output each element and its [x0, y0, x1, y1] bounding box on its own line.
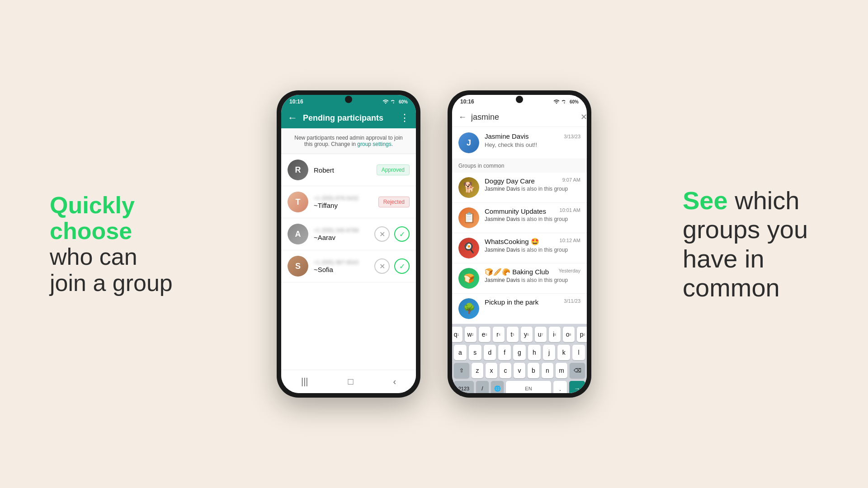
avatar-tiffany: T	[288, 192, 308, 212]
key-slash[interactable]: /	[476, 381, 489, 393]
key-r[interactable]: r4	[493, 327, 505, 342]
participant-tiffany-name: ~Tiffany	[314, 202, 373, 209]
signal-icon	[391, 99, 397, 105]
key-d[interactable]: d	[484, 345, 496, 360]
key-j[interactable]: j	[543, 345, 556, 360]
key-n[interactable]: n	[542, 363, 553, 378]
phone1-notice: New participants need admin approval to …	[281, 128, 416, 154]
phone2-search-header: ← ✕	[452, 108, 587, 127]
phone-2: 10:16 60% ← ✕ J	[448, 90, 591, 398]
key-y[interactable]: y6	[521, 327, 533, 342]
group-baking-subrest: is also in this group	[520, 277, 568, 283]
key-t[interactable]: t5	[507, 327, 519, 342]
participant-robert: R Robert Approved	[281, 154, 416, 186]
avatar-sofia: S	[288, 256, 308, 277]
key-e[interactable]: e3	[479, 327, 491, 342]
key-s[interactable]: s	[469, 345, 481, 360]
phone1-notice-link[interactable]: group settings	[357, 141, 391, 147]
avatar-group-cooking: 🍳	[458, 238, 479, 258]
group-baking-club[interactable]: 🍞 🍞🥖🥐 Baking Club Yesterday Jasmine Davi…	[452, 263, 587, 294]
key-v[interactable]: v	[514, 363, 525, 378]
key-z[interactable]: z	[472, 363, 483, 378]
participant-robert-badge: Approved	[377, 164, 410, 175]
phone1-nav-back[interactable]: ‹	[393, 376, 396, 387]
participant-sofia-actions: ✕ ✓	[374, 258, 410, 274]
left-normal: who can join a group	[50, 244, 173, 296]
group-pickup-park[interactable]: 🌳 Pickup in the park 3/11/23	[452, 294, 587, 324]
phone2-screen: 10:16 60% ← ✕ J	[452, 95, 587, 393]
group-community-updates[interactable]: 📋 Community Updates 10:01 AM Jasmine Dav…	[452, 203, 587, 233]
key-a[interactable]: a	[454, 345, 467, 360]
group-community-subname: Jasmine Davis	[485, 216, 520, 222]
phone2-back-arrow[interactable]: ←	[458, 113, 467, 122]
right-highlight: See	[683, 186, 728, 215]
phone2-jasmine-chat[interactable]: J Jasmine Davis 3/13/23 Hey, check this …	[452, 127, 587, 159]
group-doggy-subrest: is also in this group	[520, 186, 568, 192]
phone2-wifi-icon	[553, 99, 560, 105]
key-delete[interactable]: ⌫	[570, 363, 585, 378]
key-globe[interactable]: 🌐	[491, 381, 504, 393]
phone1-battery: 60%	[399, 99, 408, 104]
group-doggy-day-care[interactable]: 🐕 Doggy Day Care 9:07 AM Jasmine Davis i…	[452, 173, 587, 203]
participant-sofia: S +1 (555) 987-6543 ~Sofia ✕ ✓	[281, 250, 416, 282]
key-p[interactable]: p0	[577, 327, 587, 342]
group-doggy-name: Doggy Day Care	[485, 177, 535, 185]
group-community-name: Community Updates	[485, 207, 546, 215]
key-b[interactable]: b	[528, 363, 539, 378]
key-period[interactable]: .	[553, 381, 567, 393]
group-community-info: Community Updates 10:01 AM Jasmine Davis…	[485, 207, 580, 222]
participant-aarav-actions: ✕ ✓	[374, 226, 410, 242]
keyboard-row3: ⇧ z x c v b n m ⌫	[454, 363, 585, 378]
phone2-notch	[516, 96, 523, 103]
key-u[interactable]: u7	[535, 327, 547, 342]
phone1-nav-home[interactable]: □	[348, 376, 353, 387]
key-h[interactable]: h	[528, 345, 541, 360]
key-m[interactable]: m	[556, 363, 567, 378]
key-w[interactable]: w2	[465, 327, 476, 342]
group-park-time: 3/11/23	[564, 298, 580, 306]
key-shift[interactable]: ⇧	[454, 363, 469, 378]
key-c[interactable]: c	[500, 363, 511, 378]
participant-tiffany-info: +1 (555) 876-5432 ~Tiffany	[314, 195, 373, 209]
phone1-notch	[345, 96, 352, 103]
phone2-jasmine-name: Jasmine Davis	[485, 132, 529, 140]
group-cooking-name: WhatsCooking 🤩	[485, 238, 539, 246]
group-baking-time: Yesterday	[558, 268, 580, 276]
key-space[interactable]: EN	[506, 381, 551, 393]
left-highlight: Quickly choose	[50, 192, 135, 244]
key-k[interactable]: k	[557, 345, 570, 360]
wifi-icon	[382, 99, 389, 105]
key-special-chars[interactable]: ?123	[454, 381, 474, 393]
key-g[interactable]: g	[513, 345, 526, 360]
phone2-search-input[interactable]	[471, 113, 576, 122]
phone2-clear-icon[interactable]: ✕	[580, 112, 587, 122]
group-baking-top: 🍞🥖🥐 Baking Club Yesterday	[485, 268, 580, 276]
key-q[interactable]: q1	[452, 327, 462, 342]
group-doggy-info: Doggy Day Care 9:07 AM Jasmine Davis is …	[485, 177, 580, 192]
sofia-reject-button[interactable]: ✕	[374, 258, 390, 274]
phone2-signal-icon	[561, 99, 568, 105]
phone1-header-title: Pending participants	[303, 113, 394, 123]
phone1-back-arrow[interactable]: ←	[288, 112, 297, 124]
phone1-more-icon[interactable]: ⋮	[400, 112, 410, 124]
key-send[interactable]: →	[569, 381, 585, 393]
key-l[interactable]: l	[572, 345, 585, 360]
group-doggy-subname: Jasmine Davis	[485, 186, 520, 192]
group-doggy-subtext: Jasmine Davis is also in this group	[485, 186, 580, 192]
aarav-approve-button[interactable]: ✓	[394, 226, 410, 242]
group-whatscooking[interactable]: 🍳 WhatsCooking 🤩 10:12 AM Jasmine Davis …	[452, 233, 587, 263]
key-x[interactable]: x	[486, 363, 497, 378]
key-o[interactable]: o9	[563, 327, 575, 342]
participant-tiffany-phone: +1 (555) 876-5432	[314, 195, 373, 202]
avatar-aarav: A	[288, 224, 308, 244]
participant-aarav-phone: +1 (555) 345-6789	[314, 227, 369, 234]
keyboard-row1: q1 w2 e3 r4 t5 y6 u7 i8 o9 p0	[454, 327, 585, 342]
phone1-nav-recents[interactable]: |||	[301, 376, 308, 387]
keyboard-row2: a s d f g h j k l	[454, 345, 585, 360]
keyboard-row4: ?123 / 🌐 EN . →	[454, 381, 585, 393]
key-f[interactable]: f	[498, 345, 511, 360]
phone2-jasmine-info: Jasmine Davis 3/13/23 Hey, check this ou…	[485, 132, 580, 148]
key-i[interactable]: i8	[549, 327, 561, 342]
aarav-reject-button[interactable]: ✕	[374, 226, 390, 242]
sofia-approve-button[interactable]: ✓	[394, 258, 410, 274]
